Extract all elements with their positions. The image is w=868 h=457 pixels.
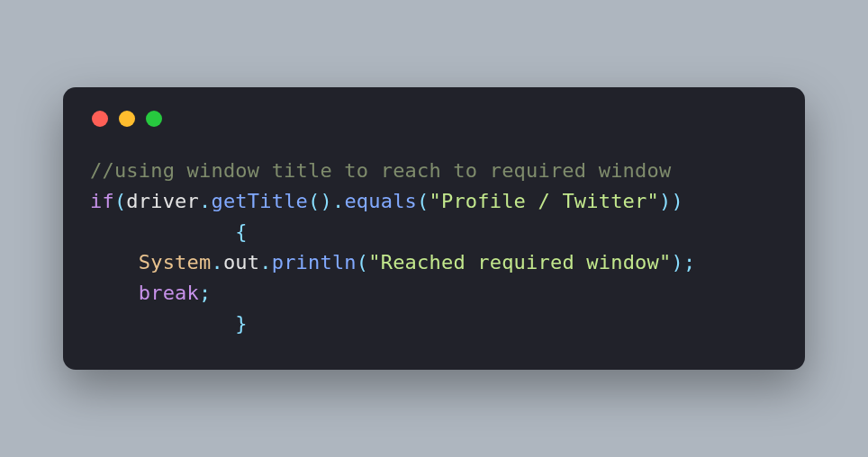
code-string: "Profile / Twitter" xyxy=(429,190,659,212)
code-indent xyxy=(90,282,139,304)
code-punct: . xyxy=(211,251,222,273)
maximize-icon[interactable] xyxy=(146,111,162,127)
code-punct: ( xyxy=(114,190,126,212)
code-class-System: System xyxy=(139,251,212,273)
code-punct: ; xyxy=(683,251,695,273)
code-punct: ; xyxy=(199,282,211,304)
code-brace-close: } xyxy=(90,312,248,335)
code-string: "Reached required window" xyxy=(368,251,671,273)
code-punct: ( xyxy=(357,251,368,273)
code-keyword-break: break xyxy=(139,282,199,304)
code-punct: () xyxy=(308,190,332,212)
code-comment: //using window title to reach to require… xyxy=(90,159,671,182)
minimize-icon[interactable] xyxy=(119,111,135,127)
code-ident-driver: driver xyxy=(126,190,199,212)
code-punct: ( xyxy=(417,190,429,212)
code-punct: . xyxy=(259,251,271,273)
code-call-println: println xyxy=(272,251,357,273)
code-punct: ) xyxy=(671,251,683,273)
code-ident-out: out xyxy=(223,251,259,273)
code-indent xyxy=(90,251,139,273)
code-brace-open: { xyxy=(90,220,248,243)
code-block: //using window title to reach to require… xyxy=(90,156,778,340)
close-icon[interactable] xyxy=(92,111,108,127)
code-window: //using window title to reach to require… xyxy=(63,87,805,371)
code-punct: )) xyxy=(659,190,683,212)
code-keyword-if: if xyxy=(90,190,114,212)
code-call-getTitle: getTitle xyxy=(211,190,308,212)
code-punct: . xyxy=(199,190,211,212)
code-punct: . xyxy=(332,190,344,212)
code-call-equals: equals xyxy=(344,190,417,212)
window-titlebar xyxy=(90,111,778,127)
